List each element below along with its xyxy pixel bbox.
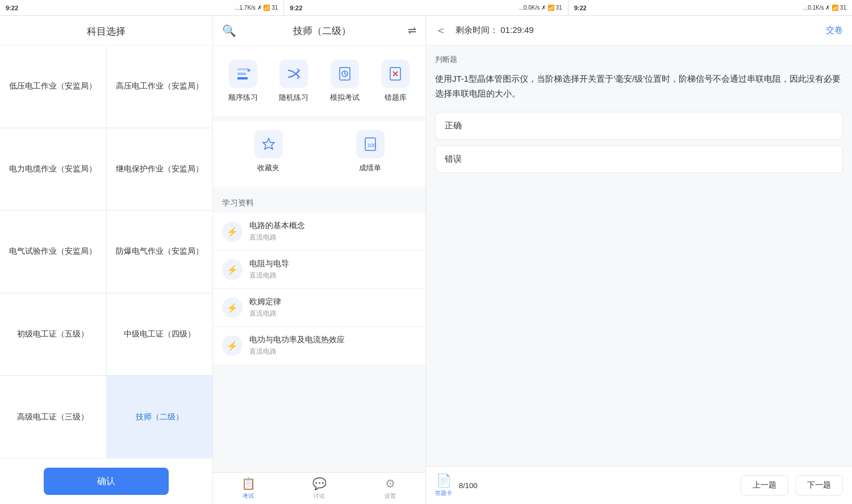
time-2: 9:22 [290,5,302,11]
study-text-3: 欧姆定律 直流电路 [249,297,416,318]
answer-card-icon: 📄 [436,473,452,488]
report-label: 成绩单 [359,163,381,173]
wrong-icon [381,60,410,88]
func-random[interactable]: 随机练习 [269,55,320,107]
study-text-1: 电路的基本概念 直流电路 [249,221,416,242]
func-row2: 收藏夹 100 成绩单 [213,121,425,187]
search-button[interactable]: 🔍 [222,24,236,37]
study-item-1[interactable]: ⚡ 电路的基本概念 直流电路 [213,213,425,251]
subject-grid: 低压电工作业（安监局） 高压电工作业（安监局） 电力电缆作业（安监局） 继电保护… [0,45,212,458]
subject-item-6[interactable]: 防爆电气作业（安监局） [107,211,213,293]
status-bar-1: 9:22 ...1.7K/s ✗ 📶 31 [0,0,284,15]
subject-item-1[interactable]: 低压电工作业（安监局） [0,45,106,128]
sequential-icon [229,60,257,88]
answer-option-1[interactable]: 正确 [435,112,843,140]
study-text-2: 电阻与电导 直流电路 [249,259,416,280]
timer-value: 01:29:49 [500,25,533,35]
subject-item-9[interactable]: 高级电工证（三级） [0,376,106,458]
subject-item-8[interactable]: 中级电工证（四级） [107,293,213,376]
section-title: 学习资料 [213,191,425,213]
next-button[interactable]: 下一题 [795,475,843,495]
study-icon-3: ⚡ [222,297,243,318]
study-icon-2: ⚡ [222,259,243,280]
status-icons-1: ...1.7K/s ✗ 📶 31 [235,5,278,11]
back-button[interactable]: ＜ [435,23,446,38]
course-header: 🔍 技师（二级） ⇌ [213,16,425,46]
exam-footer: 📄 答题卡 8/100 上一题 下一题 [426,466,852,504]
confirm-btn-area: 确认 [0,458,212,504]
svg-rect-1 [237,73,246,75]
prev-button[interactable]: 上一题 [741,475,788,495]
random-icon [279,60,308,88]
discuss-nav-icon: 💬 [312,477,327,490]
svg-rect-0 [237,68,249,70]
mock-icon [331,60,359,88]
time-1: 9:22 [6,5,18,11]
status-bar-3: 9:22 ...0.1K/s ✗ 📶 31 [569,0,852,15]
study-sub-1: 直流电路 [249,233,416,242]
study-item-2[interactable]: ⚡ 电阻与电导 直流电路 [213,251,425,289]
random-label: 随机练习 [279,93,308,103]
func-sequential[interactable]: 顺序练习 [218,55,269,107]
svg-text:100: 100 [367,142,376,148]
nav-discuss[interactable]: 💬 讨论 [284,473,355,504]
func-wrong[interactable]: 错题库 [370,55,421,107]
panel-subject: 科目选择 低压电工作业（安监局） 高压电工作业（安监局） 电力电缆作业（安监局）… [0,16,213,504]
panel-course: 🔍 技师（二级） ⇌ 顺序练习 [213,16,426,504]
exam-nav-icon: 📋 [241,477,256,490]
study-sub-2: 直流电路 [249,271,416,280]
swap-button[interactable]: ⇌ [408,24,416,37]
settings-nav-label: 设置 [385,492,396,500]
favorites-icon [254,130,283,158]
subject-item-7[interactable]: 初级电工证（五级） [0,293,106,376]
course-content: 顺序练习 随机练习 [213,46,425,472]
timer-label: 剩余时间： [456,25,498,35]
study-name-2: 电阻与电导 [249,259,416,269]
study-name-3: 欧姆定律 [249,297,416,307]
subject-item-2[interactable]: 高压电工作业（安监局） [107,45,213,128]
question-type: 判断题 [435,54,843,65]
submit-button[interactable]: 交卷 [826,25,843,36]
panel-exam: ＜ 剩余时间： 01:29:49 交卷 判断题 使用JT-1型晶体管图示仪，当阶… [426,16,852,504]
subject-item-10[interactable]: 技师（二级） [107,376,213,458]
settings-nav-icon: ⚙ [385,477,395,490]
sequential-label: 顺序练习 [228,93,258,103]
panel-subject-title: 科目选择 [0,16,212,45]
status-icons-3: ...0.1K/s ✗ 📶 31 [803,5,846,11]
subject-item-5[interactable]: 电气试验作业（安监局） [0,211,106,293]
exam-content: 判断题 使用JT-1型晶体管图示仪，当阶梯选择开关置于'毫安/级'位置时，阶梯信… [426,45,852,466]
wrong-label: 错题库 [385,93,407,103]
nav-exam[interactable]: 📋 考试 [213,473,284,504]
timer-display: 剩余时间： 01:29:49 [456,25,817,36]
favorites-label: 收藏夹 [257,163,279,173]
exam-nav-label: 考试 [243,492,254,500]
study-name-1: 电路的基本概念 [249,221,416,231]
progress-text: 8/100 [459,481,734,490]
svg-rect-2 [237,77,248,79]
study-name-4: 电功与电功率及电流热效应 [249,335,416,345]
mock-label: 模拟考试 [330,93,360,103]
study-icon-4: ⚡ [222,335,243,356]
answer-card-button[interactable]: 📄 答题卡 [435,473,452,497]
func-mock[interactable]: 模拟考试 [319,55,370,107]
func-report[interactable]: 100 成绩单 [319,125,421,178]
discuss-nav-label: 讨论 [314,492,325,500]
study-item-4[interactable]: ⚡ 电功与电功率及电流热效应 直流电路 [213,327,425,364]
time-3: 9:22 [574,5,587,11]
question-text: 使用JT-1型晶体管图示仪，当阶梯选择开关置于'毫安/级'位置时，阶梯信号不会通… [435,72,843,100]
nav-settings[interactable]: ⚙ 设置 [354,473,425,504]
func-favorites[interactable]: 收藏夹 [218,125,319,178]
study-item-3[interactable]: ⚡ 欧姆定律 直流电路 [213,289,425,327]
study-list: ⚡ 电路的基本概念 直流电路 ⚡ 电阻与电导 直流电路 ⚡ [213,213,425,364]
confirm-button[interactable]: 确认 [44,468,169,495]
study-text-4: 电功与电功率及电流热效应 直流电路 [249,335,416,356]
subject-item-3[interactable]: 电力电缆作业（安监局） [0,128,106,211]
function-grid: 顺序练习 随机练习 [213,46,425,116]
study-sub-3: 直流电路 [249,309,416,318]
status-bar-2: 9:22 ...0.0K/s ✗ 📶 31 [284,0,568,15]
report-icon: 100 [356,130,385,158]
answer-card-label: 答题卡 [435,489,452,497]
answer-option-2[interactable]: 错误 [435,145,843,173]
exam-header: ＜ 剩余时间： 01:29:49 交卷 [426,16,852,45]
subject-item-4[interactable]: 继电保护作业（安监局） [107,128,213,211]
